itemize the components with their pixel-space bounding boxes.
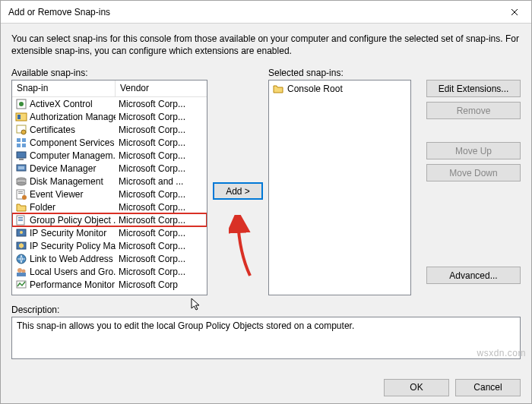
remove-button[interactable]: Remove: [426, 102, 521, 119]
main-area: Snap-in Vendor ActiveX ControlMicrosoft …: [11, 80, 521, 295]
disk-icon: [15, 175, 27, 188]
snapin-vendor: Microsoft Corp...: [116, 112, 207, 122]
intro-text: You can select snap-ins for this console…: [11, 33, 521, 57]
edit-extensions-button[interactable]: Edit Extensions...: [426, 80, 521, 97]
cancel-button[interactable]: Cancel: [455, 379, 521, 396]
dialog-content: You can select snap-ins for this console…: [1, 24, 531, 371]
snapin-name: Performance Monitor: [30, 279, 115, 290]
window-title: Add or Remove Snap-ins: [8, 7, 497, 17]
list-item[interactable]: Device ManagerMicrosoft Corp...: [12, 162, 207, 175]
snapin-name: Disk Management: [30, 176, 103, 187]
list-item[interactable]: Event ViewerMicrosoft Corp...: [12, 188, 207, 200]
list-item[interactable]: FolderMicrosoft Corp...: [12, 200, 207, 213]
snapin-name: Folder: [30, 202, 55, 213]
snapin-name: ActiveX Control: [30, 99, 93, 109]
snapin-vendor: Microsoft Corp...: [116, 254, 207, 264]
snapin-name: Computer Managem...: [30, 150, 116, 161]
dialog-footer: OK Cancel: [1, 371, 531, 403]
move-up-button[interactable]: Move Up: [426, 142, 521, 159]
snapin-name: Event Viewer: [30, 189, 83, 200]
selected-label: Selected snap-ins:: [268, 68, 521, 78]
panel-labels: Available snap-ins: Selected snap-ins:: [11, 68, 521, 78]
svg-rect-24: [18, 220, 23, 221]
snapin-vendor: Microsoft Corp: [116, 279, 207, 290]
ok-button[interactable]: OK: [384, 379, 449, 396]
snapin-name: Local Users and Gro...: [30, 267, 116, 277]
svg-rect-6: [17, 138, 21, 142]
snapin-vendor: Microsoft Corp...: [116, 215, 207, 226]
column-vendor[interactable]: Vendor: [116, 80, 207, 96]
snapin-vendor: Microsoft Corp...: [116, 241, 207, 251]
description-box: This snap-in allows you to edit the loca…: [11, 317, 521, 359]
device-icon: [15, 163, 27, 175]
svg-rect-7: [22, 138, 26, 142]
svg-point-20: [22, 195, 27, 200]
available-list-body[interactable]: ActiveX ControlMicrosoft Corp...Authoriz…: [12, 97, 207, 295]
svg-rect-31: [17, 273, 26, 276]
svg-point-5: [21, 130, 26, 134]
link-icon: [15, 253, 27, 265]
snapin-vendor: Microsoft Corp...: [116, 189, 207, 200]
list-item[interactable]: IP Security Policy Ma...Microsoft Corp..…: [12, 239, 207, 252]
svg-point-30: [22, 269, 26, 273]
advanced-button[interactable]: Advanced...: [426, 267, 521, 284]
computer-icon: [15, 150, 27, 162]
list-item[interactable]: IP Security MonitorMicrosoft Corp...: [12, 226, 207, 239]
svg-point-16: [17, 182, 26, 185]
middle-column: Add >: [207, 80, 268, 295]
right-button-column: Edit Extensions... Remove Move Up Move D…: [411, 80, 521, 295]
svg-rect-22: [18, 217, 23, 218]
svg-rect-9: [22, 144, 26, 147]
available-label: Available snap-ins:: [11, 68, 207, 78]
svg-point-29: [17, 268, 22, 273]
list-item[interactable]: Link to Web AddressMicrosoft Corp...: [12, 252, 207, 265]
svg-rect-19: [18, 193, 23, 194]
list-item[interactable]: Console Root: [271, 82, 409, 95]
selected-item-name: Console Root: [287, 84, 343, 94]
folder-icon: [272, 83, 284, 95]
selected-snapins-list[interactable]: Console Root: [268, 80, 411, 295]
close-icon: [511, 8, 518, 16]
snapin-vendor: Microsoft Corp...: [116, 150, 207, 161]
available-header[interactable]: Snap-in Vendor: [12, 80, 207, 97]
snapin-vendor: Microsoft and ...: [116, 176, 207, 187]
description-label: Description:: [11, 305, 521, 315]
list-item[interactable]: Local Users and Gro...Microsoft Corp...: [12, 265, 207, 278]
snapin-name: Component Services: [30, 137, 114, 148]
description-section: Description: This snap-in allows you to …: [11, 305, 521, 359]
list-item[interactable]: Component ServicesMicrosoft Corp...: [12, 136, 207, 149]
list-item[interactable]: Computer Managem...Microsoft Corp...: [12, 149, 207, 162]
svg-rect-23: [18, 219, 23, 219]
svg-rect-10: [17, 152, 26, 158]
snapin-name: IP Security Policy Ma...: [30, 241, 116, 251]
column-snapin[interactable]: Snap-in: [12, 80, 116, 96]
snapin-vendor: Microsoft Corp...: [116, 202, 207, 213]
svg-point-26: [20, 231, 23, 234]
list-item[interactable]: Authorization ManagerMicrosoft Corp...: [12, 110, 207, 123]
cert-icon: [15, 124, 27, 136]
snapin-name: Certificates: [30, 125, 75, 135]
svg-rect-3: [17, 115, 21, 119]
snapin-vendor: Microsoft Corp...: [116, 163, 207, 174]
ipsecpol-icon: [15, 240, 27, 252]
list-item[interactable]: Group Policy Object ...Microsoft Corp...: [12, 213, 207, 226]
list-item[interactable]: Disk ManagementMicrosoft and ...: [12, 175, 207, 188]
list-item[interactable]: ActiveX ControlMicrosoft Corp...: [12, 97, 207, 110]
close-button[interactable]: [497, 1, 531, 24]
snapin-name: Device Manager: [30, 163, 96, 174]
users-icon: [15, 266, 27, 278]
add-button[interactable]: Add >: [213, 182, 263, 200]
component-icon: [15, 137, 27, 149]
auth-icon: [15, 111, 27, 123]
svg-point-1: [19, 102, 24, 106]
event-icon: [15, 188, 27, 200]
snapin-vendor: Microsoft Corp...: [116, 125, 207, 135]
list-item[interactable]: CertificatesMicrosoft Corp...: [12, 123, 207, 136]
snapin-name: IP Security Monitor: [30, 228, 106, 238]
list-item[interactable]: Performance MonitorMicrosoft Corp: [12, 278, 207, 291]
available-snapins-list[interactable]: Snap-in Vendor ActiveX ControlMicrosoft …: [11, 80, 207, 295]
snapin-vendor: Microsoft Corp...: [116, 99, 207, 109]
snapin-name: Group Policy Object ...: [30, 215, 116, 226]
move-down-button[interactable]: Move Down: [426, 164, 521, 181]
perf-icon: [15, 279, 27, 291]
